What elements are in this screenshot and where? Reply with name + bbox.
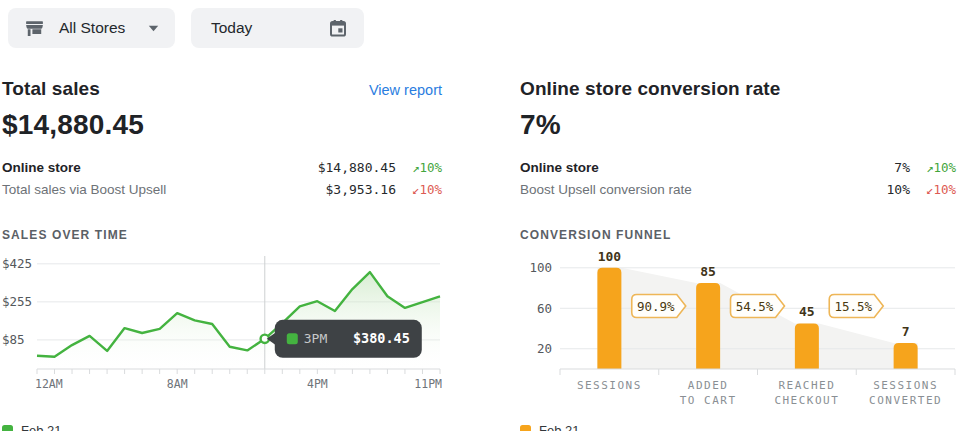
metric-label: Online store xyxy=(520,160,894,175)
svg-text:SESSIONS: SESSIONS xyxy=(873,379,938,392)
metric-value: 10% xyxy=(887,182,910,197)
svg-text:60: 60 xyxy=(537,301,552,316)
metric-row: Online store7%↗10% xyxy=(520,156,956,178)
legend-swatch-green xyxy=(2,425,13,431)
total-sales-breakdown: Online store$14,880.45↗10%Total sales vi… xyxy=(2,156,442,200)
sales-over-time-heading: SALES OVER TIME xyxy=(2,228,442,244)
legend-label: Feb 21 xyxy=(21,423,61,431)
conversion-funnel-heading: CONVERSION FUNNEL xyxy=(520,228,956,244)
store-selector-label: All Stores xyxy=(55,19,129,37)
date-selector-button[interactable]: Today xyxy=(191,8,364,48)
sales-over-time-chart[interactable]: $425$255$8512AM8AM4PM11PM3PM$380.45 xyxy=(2,246,442,421)
svg-text:$425: $425 xyxy=(2,256,32,271)
svg-text:4PM: 4PM xyxy=(307,377,328,391)
svg-text:$255: $255 xyxy=(2,294,32,309)
dashboard-grid: Total sales View report $14,880.45 Onlin… xyxy=(0,56,960,431)
legend-label: Feb 21 xyxy=(539,423,579,431)
svg-text:ADDED: ADDED xyxy=(688,379,729,392)
svg-text:$85: $85 xyxy=(2,332,25,347)
legend-swatch-orange xyxy=(520,425,531,431)
date-selector-label: Today xyxy=(207,19,256,37)
change-down-indicator: ↙10% xyxy=(910,182,956,197)
view-report-link[interactable]: View report xyxy=(369,82,442,98)
svg-text:90.9%: 90.9% xyxy=(637,299,675,314)
metric-label: Total sales via Boost Upsell xyxy=(2,182,326,197)
svg-text:REACHED: REACHED xyxy=(778,379,835,392)
store-icon xyxy=(24,18,45,39)
svg-text:7: 7 xyxy=(902,324,910,339)
svg-text:3PM: 3PM xyxy=(304,331,328,346)
chevron-down-icon xyxy=(148,25,159,32)
conversion-funnel-chart[interactable]: 10060201008545790.9%54.5%15.5%SESSIONSAD… xyxy=(520,246,956,421)
sales-chart-legend: Feb 21 xyxy=(2,423,442,431)
change-down-indicator: ↙10% xyxy=(396,182,442,197)
metric-label: Online store xyxy=(2,160,318,175)
metric-label: Boost Upsell conversion rate xyxy=(520,182,887,197)
calendar-icon xyxy=(328,18,348,38)
total-sales-title: Total sales xyxy=(2,78,100,100)
store-selector-button[interactable]: All Stores xyxy=(8,8,175,48)
svg-text:8AM: 8AM xyxy=(167,377,188,391)
metric-value: $3,953.16 xyxy=(326,182,396,197)
change-up-indicator: ↗10% xyxy=(396,160,442,175)
chart-tooltip: 3PM$380.45 xyxy=(267,320,422,358)
svg-text:11PM: 11PM xyxy=(414,377,442,391)
svg-text:85: 85 xyxy=(700,264,716,279)
metric-row: Boost Upsell conversion rate10%↙10% xyxy=(520,178,956,200)
metric-row: Online store$14,880.45↗10% xyxy=(2,156,442,178)
svg-text:12AM: 12AM xyxy=(35,377,63,391)
total-sales-value: $14,880.45 xyxy=(2,109,442,141)
svg-text:54.5%: 54.5% xyxy=(736,299,774,314)
svg-text:15.5%: 15.5% xyxy=(834,299,872,314)
svg-text:45: 45 xyxy=(799,304,815,319)
analytics-dashboard: All Stores Today Total sales xyxy=(0,0,960,431)
svg-text:CONVERTED: CONVERTED xyxy=(869,394,942,407)
conversion-rate-breakdown: Online store7%↗10%Boost Upsell conversio… xyxy=(520,156,956,200)
toolbar: All Stores Today xyxy=(0,0,960,56)
funnel-chart-legend: Feb 21 xyxy=(520,423,956,431)
svg-text:100: 100 xyxy=(529,260,552,275)
conversion-rate-value: 7% xyxy=(520,109,956,141)
total-sales-panel: Total sales View report $14,880.45 Onlin… xyxy=(2,78,442,431)
metric-row: Total sales via Boost Upsell$3,953.16↙10… xyxy=(2,178,442,200)
svg-text:20: 20 xyxy=(537,341,552,356)
metric-value: $14,880.45 xyxy=(318,160,396,175)
change-up-indicator: ↗10% xyxy=(910,160,956,175)
conversion-rate-panel: Online store conversion rate 7% Online s… xyxy=(520,78,956,431)
svg-text:100: 100 xyxy=(598,249,622,264)
svg-text:$380.45: $380.45 xyxy=(353,330,410,346)
conversion-rate-title: Online store conversion rate xyxy=(520,78,780,100)
metric-value: 7% xyxy=(894,160,910,175)
svg-text:SESSIONS: SESSIONS xyxy=(577,379,642,392)
svg-text:TO CART: TO CART xyxy=(680,394,737,407)
svg-text:CHECKOUT: CHECKOUT xyxy=(774,394,839,407)
